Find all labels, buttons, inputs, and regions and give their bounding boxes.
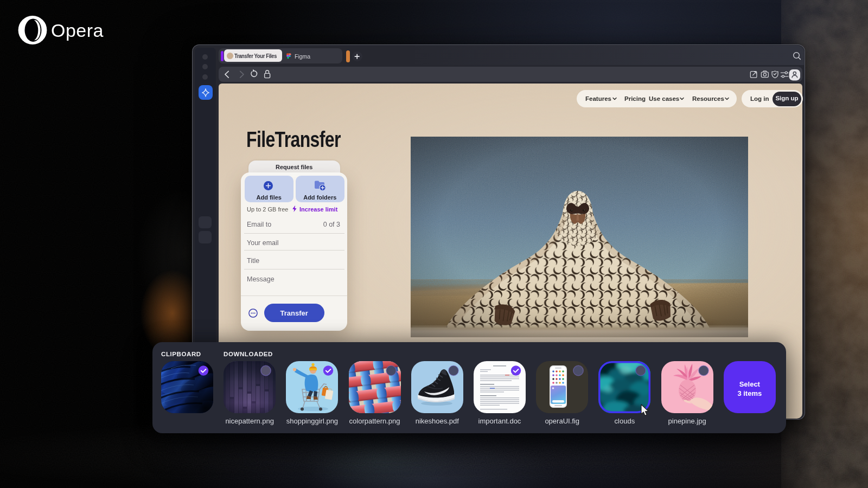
svg-text:Opera: Opera — [51, 20, 104, 41]
